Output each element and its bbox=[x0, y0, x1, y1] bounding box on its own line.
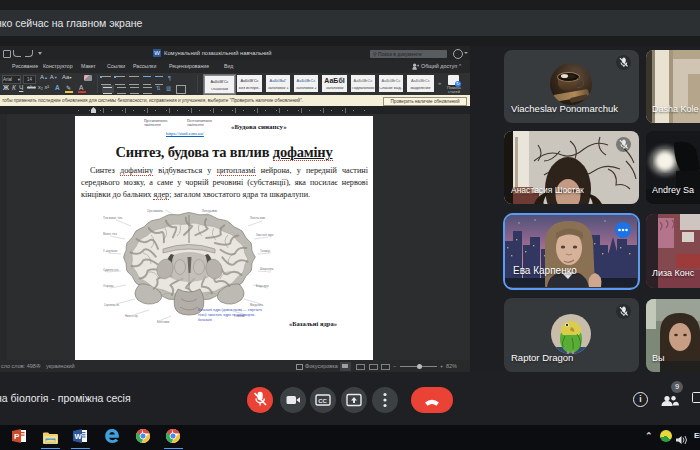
svg-text:Сіра звивина: Сіра звивина bbox=[147, 209, 163, 213]
svg-text:Поясна звив.: Поясна звив. bbox=[250, 216, 266, 220]
svg-text:Скронева зв.: Скронева зв. bbox=[104, 303, 120, 307]
svg-text:Шкаралупа: Шкаралупа bbox=[260, 267, 274, 271]
svg-text:Мигдалина: Мигдалина bbox=[250, 303, 264, 307]
svg-text:Мозол. тіло: Мозол. тіло bbox=[103, 232, 117, 236]
svg-text:CC: CC bbox=[318, 398, 327, 404]
svg-text:Судинне спл.: Судинне спл. bbox=[103, 268, 119, 272]
svg-text:Нижня скр.: Нижня скр. bbox=[125, 314, 138, 318]
svg-text:Поясна звив.: Поясна звив. bbox=[202, 209, 218, 213]
svg-text:Таламус: Таламус bbox=[260, 249, 271, 253]
svg-text:W: W bbox=[74, 432, 82, 441]
svg-text:Хвостате ядро: Хвостате ядро bbox=[256, 233, 274, 237]
svg-text:Бліда куля: Бліда куля bbox=[256, 284, 269, 288]
svg-text:Тіло мозол. тіла: Тіло мозол. тіла bbox=[103, 216, 123, 220]
svg-text:P: P bbox=[14, 432, 20, 441]
svg-text:У. шлуночок: У. шлуночок bbox=[103, 249, 118, 253]
svg-text:Огорожа: Огорожа bbox=[103, 284, 114, 288]
svg-text:Бічні ямки: Бічні ямки bbox=[157, 320, 170, 324]
